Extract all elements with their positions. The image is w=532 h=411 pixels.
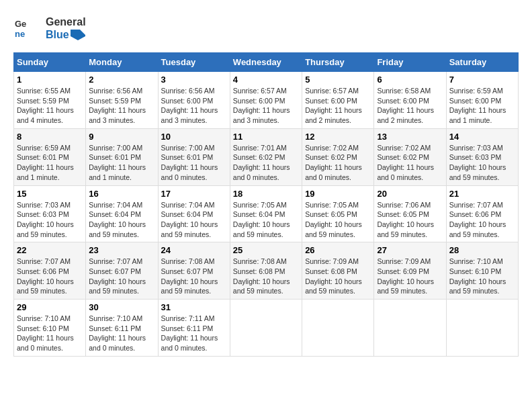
day-info: Sunrise: 7:05 AM Sunset: 6:04 PM Dayligh… [233,200,299,240]
week-row-2: 8 Sunrise: 6:59 AM Sunset: 6:01 PM Dayli… [14,128,519,185]
calendar-cell: 30 Sunrise: 7:10 AM Sunset: 6:11 PM Dayl… [86,300,158,357]
col-header-friday: Friday [374,53,446,72]
calendar-cell [230,300,302,357]
day-number: 15 [17,189,83,199]
day-number: 11 [233,132,299,142]
calendar-cell: 5 Sunrise: 6:57 AM Sunset: 6:00 PM Dayli… [302,72,374,129]
day-info: Sunrise: 7:02 AM Sunset: 6:02 PM Dayligh… [305,143,371,183]
day-info: Sunrise: 7:06 AM Sunset: 6:05 PM Dayligh… [377,200,443,240]
day-info: Sunrise: 7:07 AM Sunset: 6:06 PM Dayligh… [17,257,83,296]
day-number: 22 [17,245,83,255]
day-number: 5 [305,75,371,85]
calendar-cell: 10 Sunrise: 7:00 AM Sunset: 6:01 PM Dayl… [158,128,230,185]
day-info: Sunrise: 7:00 AM Sunset: 6:01 PM Dayligh… [161,143,227,183]
calendar-cell: 24 Sunrise: 7:08 AM Sunset: 6:07 PM Dayl… [158,242,230,300]
day-info: Sunrise: 7:08 AM Sunset: 6:08 PM Dayligh… [233,257,299,296]
calendar-cell: 21 Sunrise: 7:07 AM Sunset: 6:06 PM Dayl… [446,185,518,242]
day-number: 4 [233,75,299,85]
day-info: Sunrise: 6:55 AM Sunset: 5:59 PM Dayligh… [17,86,83,126]
day-info: Sunrise: 6:56 AM Sunset: 5:59 PM Dayligh… [89,86,154,126]
day-info: Sunrise: 6:56 AM Sunset: 6:00 PM Dayligh… [161,86,227,126]
col-header-tuesday: Tuesday [158,53,230,72]
day-info: Sunrise: 7:04 AM Sunset: 6:04 PM Dayligh… [161,200,227,240]
day-number: 18 [233,189,299,199]
calendar-cell [374,300,446,357]
day-number: 1 [17,75,83,85]
day-number: 13 [377,132,443,142]
col-header-sunday: Sunday [14,53,86,72]
calendar-cell: 18 Sunrise: 7:05 AM Sunset: 6:04 PM Dayl… [230,185,302,242]
calendar-cell: 8 Sunrise: 6:59 AM Sunset: 6:01 PM Dayli… [14,128,86,185]
calendar-cell: 28 Sunrise: 7:10 AM Sunset: 6:10 PM Dayl… [446,242,518,300]
day-number: 24 [161,245,227,255]
day-info: Sunrise: 7:01 AM Sunset: 6:02 PM Dayligh… [233,143,299,183]
col-header-saturday: Saturday [446,53,518,72]
week-row-1: 1 Sunrise: 6:55 AM Sunset: 5:59 PM Dayli… [14,72,519,129]
day-info: Sunrise: 7:03 AM Sunset: 6:03 PM Dayligh… [17,200,83,240]
calendar-cell: 1 Sunrise: 6:55 AM Sunset: 5:59 PM Dayli… [14,72,86,129]
day-number: 12 [305,132,371,142]
day-info: Sunrise: 7:02 AM Sunset: 6:02 PM Dayligh… [377,143,443,183]
logo: Ge ne General Blue [13,13,86,43]
day-number: 26 [305,245,371,255]
week-row-5: 29 Sunrise: 7:10 AM Sunset: 6:10 PM Dayl… [14,300,519,357]
calendar-cell: 9 Sunrise: 7:00 AM Sunset: 6:01 PM Dayli… [86,128,158,185]
calendar-cell: 11 Sunrise: 7:01 AM Sunset: 6:02 PM Dayl… [230,128,302,185]
day-number: 10 [161,132,227,142]
day-info: Sunrise: 6:57 AM Sunset: 6:00 PM Dayligh… [233,86,299,126]
calendar-cell: 13 Sunrise: 7:02 AM Sunset: 6:02 PM Dayl… [374,128,446,185]
day-info: Sunrise: 7:11 AM Sunset: 6:11 PM Dayligh… [161,314,227,353]
calendar-cell: 7 Sunrise: 6:59 AM Sunset: 6:00 PM Dayli… [446,72,518,129]
day-number: 25 [233,245,299,255]
calendar-cell: 14 Sunrise: 7:03 AM Sunset: 6:03 PM Dayl… [446,128,518,185]
day-number: 3 [161,75,227,85]
calendar-cell: 12 Sunrise: 7:02 AM Sunset: 6:02 PM Dayl… [302,128,374,185]
day-number: 6 [377,75,443,85]
day-info: Sunrise: 7:03 AM Sunset: 6:03 PM Dayligh… [449,143,515,183]
day-info: Sunrise: 7:05 AM Sunset: 6:05 PM Dayligh… [305,200,371,240]
day-number: 30 [89,302,154,312]
day-info: Sunrise: 7:07 AM Sunset: 6:06 PM Dayligh… [449,200,515,240]
col-header-monday: Monday [86,53,158,72]
day-info: Sunrise: 7:09 AM Sunset: 6:08 PM Dayligh… [305,257,371,296]
day-number: 7 [449,75,515,85]
calendar-cell: 25 Sunrise: 7:08 AM Sunset: 6:08 PM Dayl… [230,242,302,300]
calendar-cell: 15 Sunrise: 7:03 AM Sunset: 6:03 PM Dayl… [14,185,86,242]
day-info: Sunrise: 7:09 AM Sunset: 6:09 PM Dayligh… [377,257,443,296]
calendar-cell: 29 Sunrise: 7:10 AM Sunset: 6:10 PM Dayl… [14,300,86,357]
logo-line2: Blue [46,28,86,41]
calendar-cell: 3 Sunrise: 6:56 AM Sunset: 6:00 PM Dayli… [158,72,230,129]
calendar-cell: 17 Sunrise: 7:04 AM Sunset: 6:04 PM Dayl… [158,185,230,242]
col-header-thursday: Thursday [302,53,374,72]
day-number: 9 [89,132,154,142]
calendar-cell: 27 Sunrise: 7:09 AM Sunset: 6:09 PM Dayl… [374,242,446,300]
day-info: Sunrise: 6:59 AM Sunset: 6:01 PM Dayligh… [17,143,83,183]
day-number: 31 [161,302,227,312]
day-info: Sunrise: 7:08 AM Sunset: 6:07 PM Dayligh… [161,257,227,296]
day-info: Sunrise: 6:57 AM Sunset: 6:00 PM Dayligh… [305,86,371,126]
calendar-cell: 23 Sunrise: 7:07 AM Sunset: 6:07 PM Dayl… [86,242,158,300]
logo-flag-icon [71,30,85,40]
svg-text:ne: ne [15,29,25,39]
day-number: 29 [17,302,83,312]
week-row-3: 15 Sunrise: 7:03 AM Sunset: 6:03 PM Dayl… [14,185,519,242]
col-header-wednesday: Wednesday [230,53,302,72]
calendar-cell [302,300,374,357]
day-info: Sunrise: 6:58 AM Sunset: 6:00 PM Dayligh… [377,86,443,126]
day-info: Sunrise: 7:10 AM Sunset: 6:11 PM Dayligh… [89,314,154,353]
day-info: Sunrise: 7:04 AM Sunset: 6:04 PM Dayligh… [89,200,154,240]
day-info: Sunrise: 7:10 AM Sunset: 6:10 PM Dayligh… [449,257,515,296]
calendar-table: SundayMondayTuesdayWednesdayThursdayFrid… [13,52,519,357]
calendar-cell: 22 Sunrise: 7:07 AM Sunset: 6:06 PM Dayl… [14,242,86,300]
day-number: 27 [377,245,443,255]
day-number: 21 [449,189,515,199]
calendar-cell: 4 Sunrise: 6:57 AM Sunset: 6:00 PM Dayli… [230,72,302,129]
day-number: 16 [89,189,154,199]
week-row-4: 22 Sunrise: 7:07 AM Sunset: 6:06 PM Dayl… [14,242,519,300]
calendar-cell: 26 Sunrise: 7:09 AM Sunset: 6:08 PM Dayl… [302,242,374,300]
day-number: 20 [377,189,443,199]
day-number: 23 [89,245,154,255]
calendar-cell: 6 Sunrise: 6:58 AM Sunset: 6:00 PM Dayli… [374,72,446,129]
day-number: 8 [17,132,83,142]
day-number: 28 [449,245,515,255]
